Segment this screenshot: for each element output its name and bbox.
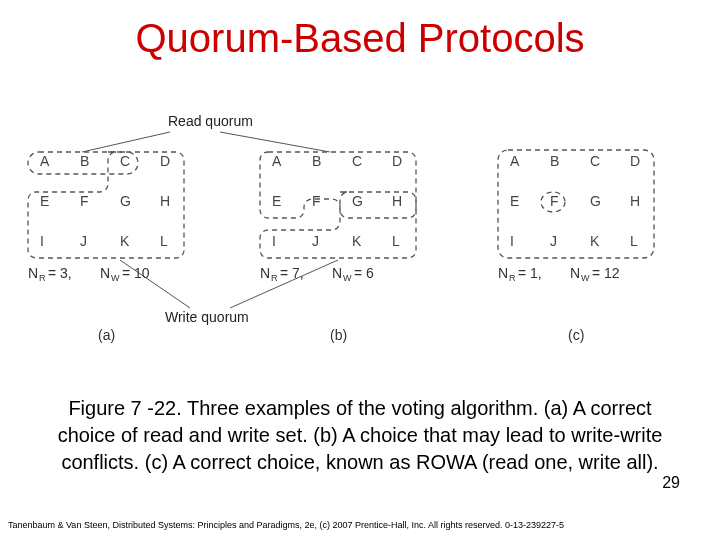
svg-text:= 6: = 6 bbox=[354, 265, 374, 281]
params-a: N R = 3, N W = 10 bbox=[28, 265, 150, 283]
svg-text:= 1,: = 1, bbox=[518, 265, 542, 281]
svg-text:R: R bbox=[509, 273, 516, 283]
label-a: (a) bbox=[98, 327, 115, 343]
svg-text:N: N bbox=[100, 265, 110, 281]
svg-text:N: N bbox=[28, 265, 38, 281]
svg-text:H: H bbox=[392, 193, 402, 209]
svg-text:J: J bbox=[312, 233, 319, 249]
svg-text:N: N bbox=[570, 265, 580, 281]
quorum-diagram-svg: .nl{font-size:14px;fill:#444} .cap{font-… bbox=[20, 110, 700, 370]
subfigure-a: A B C D E F G H I J K L bbox=[28, 152, 184, 343]
svg-text:= 7,: = 7, bbox=[280, 265, 304, 281]
svg-text:R: R bbox=[271, 273, 278, 283]
svg-text:G: G bbox=[590, 193, 601, 209]
svg-text:W: W bbox=[581, 273, 590, 283]
svg-line-0 bbox=[82, 132, 170, 152]
read-quorum-label: Read quorum bbox=[168, 113, 253, 129]
subfigure-b: A B C D E F G H I J K L N bbox=[260, 152, 416, 343]
svg-text:N: N bbox=[498, 265, 508, 281]
svg-text:C: C bbox=[120, 153, 130, 169]
svg-text:B: B bbox=[550, 153, 559, 169]
slide-title: Quorum-Based Protocols bbox=[0, 16, 720, 61]
page-number: 29 bbox=[662, 474, 680, 492]
svg-text:A: A bbox=[510, 153, 520, 169]
svg-text:F: F bbox=[550, 193, 559, 209]
svg-text:N: N bbox=[332, 265, 342, 281]
svg-text:C: C bbox=[352, 153, 362, 169]
svg-text:E: E bbox=[510, 193, 519, 209]
grid-a: A B C D E F G H I J K L bbox=[40, 153, 170, 249]
svg-text:D: D bbox=[160, 153, 170, 169]
svg-text:A: A bbox=[272, 153, 282, 169]
subfigure-c: A B C D E F G H I J K L N bbox=[498, 150, 654, 343]
svg-line-1 bbox=[220, 132, 330, 152]
svg-text:I: I bbox=[272, 233, 276, 249]
svg-text:G: G bbox=[352, 193, 363, 209]
params-c: N R = 1, N W = 12 bbox=[498, 265, 620, 283]
grid-c: A B C D E F G H I J K L bbox=[510, 153, 640, 249]
svg-text:C: C bbox=[590, 153, 600, 169]
write-quorum-label: Write quorum bbox=[165, 309, 249, 325]
svg-text:B: B bbox=[80, 153, 89, 169]
copyright-line: Tanenbaum & Van Steen, Distributed Syste… bbox=[8, 520, 564, 530]
svg-text:J: J bbox=[80, 233, 87, 249]
svg-text:A: A bbox=[40, 153, 50, 169]
svg-text:W: W bbox=[343, 273, 352, 283]
svg-text:R: R bbox=[39, 273, 46, 283]
svg-text:H: H bbox=[160, 193, 170, 209]
svg-text:N: N bbox=[260, 265, 270, 281]
svg-text:F: F bbox=[80, 193, 89, 209]
svg-text:W: W bbox=[111, 273, 120, 283]
svg-text:E: E bbox=[40, 193, 49, 209]
svg-text:D: D bbox=[630, 153, 640, 169]
svg-text:J: J bbox=[550, 233, 557, 249]
svg-text:G: G bbox=[120, 193, 131, 209]
svg-text:K: K bbox=[590, 233, 600, 249]
label-b: (b) bbox=[330, 327, 347, 343]
svg-text:= 3,: = 3, bbox=[48, 265, 72, 281]
svg-text:B: B bbox=[312, 153, 321, 169]
svg-text:L: L bbox=[392, 233, 400, 249]
params-b: N R = 7, N W = 6 bbox=[260, 265, 374, 283]
figure-7-22: .nl{font-size:14px;fill:#444} .cap{font-… bbox=[20, 110, 700, 370]
svg-text:K: K bbox=[120, 233, 130, 249]
slide: Quorum-Based Protocols .nl{font-size:14p… bbox=[0, 0, 720, 540]
svg-text:L: L bbox=[630, 233, 638, 249]
figure-caption: Figure 7 -22. Three examples of the voti… bbox=[40, 395, 680, 476]
svg-text:F: F bbox=[312, 193, 321, 209]
svg-text:= 12: = 12 bbox=[592, 265, 620, 281]
svg-text:I: I bbox=[40, 233, 44, 249]
svg-text:I: I bbox=[510, 233, 514, 249]
svg-text:E: E bbox=[272, 193, 281, 209]
svg-text:K: K bbox=[352, 233, 362, 249]
svg-text:L: L bbox=[160, 233, 168, 249]
svg-text:H: H bbox=[630, 193, 640, 209]
label-c: (c) bbox=[568, 327, 584, 343]
svg-text:D: D bbox=[392, 153, 402, 169]
svg-text:= 10: = 10 bbox=[122, 265, 150, 281]
